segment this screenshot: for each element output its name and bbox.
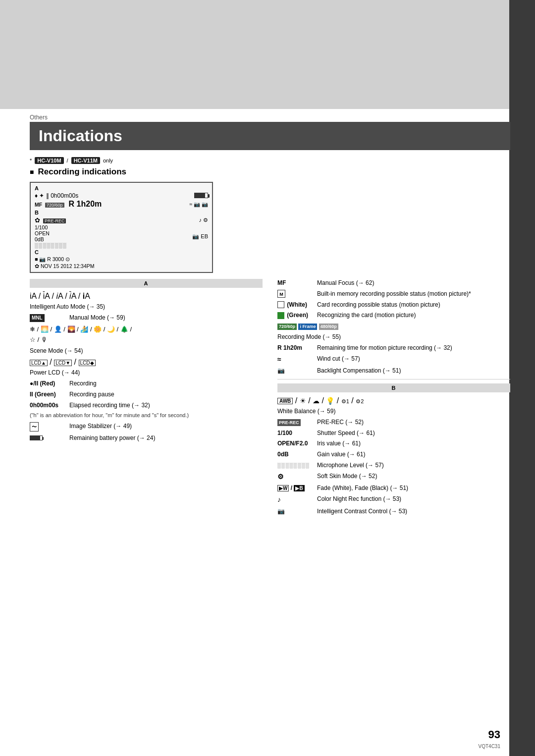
white-text: (White): [287, 301, 307, 308]
green-desc: Recording pause: [69, 390, 263, 399]
red-desc: Recording: [69, 379, 263, 388]
badge-iframe: i Frame: [298, 324, 317, 330]
model-note-prefix: *: [30, 158, 32, 163]
battery-row: Remaining battery power (→ 24): [30, 434, 263, 442]
battery-icon: [194, 193, 208, 198]
rec-mode-badges: 720/60p i Frame 480/60p: [277, 322, 338, 330]
lcd1: LCD▲: [30, 360, 48, 366]
cam-date-row: ✿ NOV 15 2012 12:34PM: [35, 263, 95, 269]
wb-sun: ☀: [300, 397, 306, 405]
shutter-row: 1/100 Shutter Speed (→ 61): [277, 429, 510, 437]
ois-badge: 〜: [30, 422, 39, 432]
ois-wave: 〜: [32, 424, 37, 430]
scene-desc-row: Scene Mode (→ 54): [30, 347, 263, 355]
section-b-band: B: [277, 383, 510, 392]
memory-icon: M: [277, 290, 285, 298]
cam-icons-right: ♪ ⚙: [199, 217, 208, 223]
white-square: [277, 301, 284, 308]
white-card-row: (White) Card recording possible status (…: [277, 301, 510, 309]
badge-720: 720/60p: [277, 324, 297, 330]
mic-desc: Microphone Level (→ 57): [317, 461, 510, 470]
r1h20m-row: R 1h20m Remaining time for motion pictur…: [277, 344, 510, 352]
model-note: * HC-V10M / HC-V11M only: [30, 157, 505, 164]
battery-tip: [208, 194, 210, 198]
scene-icons-sym2: ☆ / 🎙: [30, 336, 48, 343]
indications-two-col: A iA / iA / iA / iA / iA Intelligent Aut…: [30, 279, 510, 518]
icc-sym: 📷: [277, 508, 285, 515]
ia-desc-row: Intelligent Auto Mode (→ 35): [30, 303, 263, 311]
soft-skin-icon: ⚙: [277, 472, 317, 482]
0h-label: 0h00m00s: [30, 401, 69, 410]
mnl-row: MNL Manual Mode (→ 59): [30, 314, 263, 322]
mf-text: MF: [35, 202, 42, 208]
color-night-desc: Color Night Rec function (→ 53): [317, 495, 510, 503]
wind-sym: ≈: [277, 355, 281, 363]
power-lcd-desc: Power LCD (→ 44): [30, 369, 263, 377]
ia-icons: iA / iA / iA / iA / iA: [30, 292, 90, 300]
0h-desc: Elapsed recording time (→ 32): [69, 401, 263, 410]
wind-icon: ≈: [277, 355, 317, 365]
builtin-icon: M: [277, 290, 317, 298]
wb-custom2: ⚙2: [356, 398, 364, 404]
backlight-desc: Backlight Compensation (→ 51): [317, 367, 510, 375]
mnl-badge: MNL: [30, 314, 45, 322]
soft-skin-row: ⚙ Soft Skin Mode (→ 52): [277, 472, 510, 482]
wb-desc-row: White Balance (→ 59): [277, 407, 510, 416]
ois-row: 〜 Image Stabilizer (→ 49): [30, 422, 263, 432]
mic-bars-display: ░░░░░░░░: [277, 463, 310, 468]
wb-icons: AWB / ☀ / ☁ / 💡 / ⚙1 / ⚙2: [277, 396, 364, 405]
fade-row: ▶W / ▶B Fade (White), Fade (Black) (→ 51…: [277, 484, 510, 492]
fl-eb-icons: 📷 EB: [192, 233, 208, 239]
mnl-label: MNL: [30, 314, 69, 322]
page-container: Others Indications * HC-V10M / HC-V11M o…: [0, 0, 535, 756]
cam-flower-icon: ✿: [35, 216, 40, 224]
camera-screen-wrapper: A ♦ ✦ ‖ 0h00m00s: [30, 182, 505, 273]
mic-row: ░░░░░░░░ Microphone Level (→ 57): [277, 461, 510, 470]
cam-row4-left: 1/100OPEN0dB ░░░░░░░░: [35, 224, 67, 248]
cam-720-badge: 720/60p: [45, 203, 64, 208]
cam-label-b: B: [35, 210, 208, 216]
model2-badge: HC-V11M: [71, 157, 100, 164]
top-decorative-area: [0, 0, 535, 109]
battery-fill-sm: [30, 436, 40, 440]
ia-icons-row: iA / iA / iA / iA / iA: [30, 292, 263, 301]
model1-badge: HC-V10M: [35, 157, 63, 164]
pre-rec-badge: PRE-REC: [43, 218, 66, 223]
green-card-row: (Green) Recognizing the card (motion pic…: [277, 311, 510, 320]
white-desc: Card recording possible status (motion p…: [317, 301, 510, 309]
white-card-label: (White): [277, 301, 317, 309]
gain-label: 0dB: [277, 450, 317, 459]
cam-row2: MF 720/60p R 1h20m ≈ 📷 📷: [35, 200, 208, 209]
ia-desc: Intelligent Auto Mode (→ 35): [30, 303, 263, 311]
page-number: 93: [488, 728, 500, 741]
cam-mf: MF 720/60p R 1h20m: [35, 200, 102, 209]
ois-icon: 〜: [30, 422, 69, 432]
hour-note: ("h" is an abbreviation for hour, "m" fo…: [30, 412, 263, 419]
0h-row: 0h00m00s Elapsed recording time (→ 32): [30, 401, 263, 410]
shutter-desc: Shutter Speed (→ 61): [317, 429, 510, 437]
icc-desc: Intelligent Contrast Control (→ 53): [317, 507, 510, 516]
iris-desc: Iris value (→ 61): [317, 439, 510, 448]
fade-b-icon: ▶B: [294, 485, 304, 491]
r1h20m-label: R 1h20m: [277, 344, 317, 352]
mf-row: MF Manual Focus (→ 62): [277, 279, 510, 287]
cam-icons-left: ♦ ✦ ‖ 0h00m00s: [35, 192, 78, 199]
cam-row4-right: 📷 EB: [192, 233, 208, 240]
cam-row3-left: ✿ PRE-REC: [35, 216, 66, 224]
pre-rec-label: PRE-REC: [277, 418, 317, 427]
cam-row2-icons-right: ≈ 📷 📷: [189, 201, 208, 208]
rec-mode-desc-row: Recording Mode (→ 55): [277, 333, 510, 341]
divider: [277, 379, 510, 379]
green-row: II (Green) Recording pause: [30, 390, 263, 399]
section-label: Others: [30, 109, 505, 121]
mic-level-bars: ░░░░░░░░: [35, 243, 67, 248]
battery-icon-label: [30, 434, 69, 442]
wind-row: ≈ Wind cut (→ 57): [277, 355, 510, 365]
page-title: Indications: [30, 122, 510, 150]
shutter-label: 1/100: [277, 429, 317, 437]
backlight-icon: 📷: [277, 367, 317, 375]
cam-r1h20m: R 1h20m: [69, 200, 102, 208]
cam-row5-icons: ■ 📷 R 3000 ⊙: [35, 256, 70, 263]
ois-desc: Image Stabilizer (→ 49): [69, 422, 263, 431]
backlight-sym: 📷: [277, 367, 285, 374]
